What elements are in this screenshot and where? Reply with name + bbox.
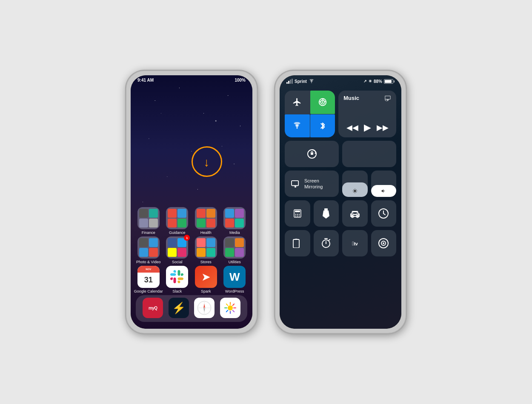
cc-status-right: ↗ ✳ 88% [363, 79, 395, 84]
cc-camera-dot-btn[interactable] [371, 230, 397, 256]
timer-icon [320, 238, 332, 249]
cc-screen-mirroring-btn[interactable]: ScreenMirroring [285, 171, 339, 197]
control-center-screen: Sprint ↗ ✳ 88% [280, 75, 401, 329]
phone-1: 9:41 AM 100% ↓ [126, 70, 257, 334]
tplink-icon: ⚡ [172, 302, 186, 315]
svg-rect-41 [324, 208, 328, 211]
cc-status-bar: Sprint ↗ ✳ 88% [280, 75, 401, 87]
folder-health[interactable]: Health [192, 207, 220, 235]
svg-point-56 [383, 242, 384, 244]
svg-rect-22 [292, 181, 298, 186]
cc-next-btn[interactable]: ▶▶ [377, 123, 389, 132]
folder-photovideo-label: Photo & Video [136, 260, 160, 264]
svg-line-53 [329, 239, 330, 240]
cc-music-tile[interactable]: Music ◀◀ ▶ ▶▶ [338, 91, 396, 137]
cc-mirror-label: ScreenMirroring [304, 178, 323, 190]
dock-safari[interactable] [192, 298, 217, 319]
svg-point-40 [299, 216, 300, 216]
folder-utilities[interactable]: Utilities [221, 236, 248, 264]
app-slack[interactable]: Slack [163, 266, 191, 293]
folder-stores[interactable]: Stores [192, 236, 220, 264]
wordpress-icon: W [229, 270, 240, 284]
cc-screen-record-btn[interactable] [285, 230, 310, 256]
calendar-day: 31 [144, 276, 153, 285]
cc-airplane-btn[interactable] [285, 91, 310, 114]
svg-rect-34 [295, 211, 300, 212]
home-battery: 100% [235, 78, 246, 83]
svg-rect-13 [224, 307, 227, 308]
svg-line-32 [353, 192, 354, 192]
folder-photo-video[interactable]: Photo & Video [135, 236, 162, 264]
cc-volume-slider[interactable] [371, 171, 396, 197]
svg-rect-45 [353, 212, 357, 214]
cc-prev-btn[interactable]: ◀◀ [346, 123, 358, 132]
folder-social[interactable]: 1 Social [163, 236, 191, 264]
app-slack-label: Slack [172, 289, 182, 293]
app-google-calendar[interactable]: NOV 31 Google Calendar [135, 266, 162, 293]
cc-flashlight-btn[interactable] [314, 200, 339, 227]
safari-icon [197, 300, 212, 316]
folder-guidance-label: Guidance [169, 230, 186, 235]
app-wordpress-label: WordPress [225, 289, 244, 293]
cc-screen-rotation-btn[interactable] [285, 141, 339, 167]
cc-clock-btn[interactable] [371, 200, 397, 227]
folder-stores-label: Stores [200, 260, 212, 264]
svg-rect-12 [226, 310, 228, 312]
cc-cellular-btn[interactable] [310, 91, 335, 114]
cc-do-not-disturb-btn[interactable] [342, 141, 396, 167]
dock-myq[interactable]: myQ [140, 298, 166, 319]
battery-pct: 88% [374, 79, 382, 84]
folder-finance-label: Finance [142, 230, 155, 235]
slack-icon [170, 270, 184, 284]
clock-icon [378, 208, 389, 219]
social-badge: 1 [184, 235, 190, 241]
folder-guidance[interactable]: Guidance [163, 207, 191, 235]
svg-rect-8 [232, 303, 235, 306]
folder-health-label: Health [200, 230, 212, 235]
cc-calculator-btn[interactable] [285, 200, 310, 227]
app-wordpress[interactable]: W WordPress [221, 266, 248, 293]
cc-music-title: Music [343, 95, 359, 101]
svg-point-38 [295, 216, 296, 216]
calculator-icon [292, 208, 303, 219]
app-row-3: NOV 31 Google Calendar [134, 266, 249, 293]
calendar-month: NOV [146, 268, 151, 270]
cc-brightness-slider[interactable] [342, 171, 367, 197]
status-bar-home: 9:41 AM 100% [131, 75, 252, 85]
wifi-icon [292, 122, 302, 130]
svg-point-17 [322, 101, 323, 103]
folder-media[interactable]: Media [221, 207, 248, 235]
dock: myQ ⚡ [136, 295, 247, 322]
dock-photos[interactable] [217, 298, 243, 319]
cc-bluetooth-btn[interactable] [310, 114, 335, 138]
cc-play-btn[interactable]: ▶ [364, 122, 371, 133]
svg-point-36 [297, 214, 298, 215]
svg-line-48 [383, 213, 385, 215]
svg-rect-11 [230, 311, 231, 314]
home-screen: 9:41 AM 100% ↓ [131, 75, 252, 329]
brightness-icon [351, 188, 359, 197]
cc-row4 [285, 200, 396, 227]
app-spark[interactable]: ➤ Spark [192, 266, 220, 293]
cc-timer-btn[interactable] [314, 230, 339, 256]
svg-rect-14 [226, 303, 228, 306]
control-center-body: Music ◀◀ ▶ ▶▶ [280, 87, 401, 260]
cc-row3: ScreenMirroring [285, 171, 396, 197]
spark-icon: ➤ [201, 270, 211, 284]
cc-appletv-btn[interactable]: tv [342, 230, 368, 256]
screen-record-icon [292, 239, 303, 248]
folder-utilities-label: Utilities [229, 260, 241, 264]
svg-point-39 [297, 216, 298, 216]
screen-mirror-icon [291, 180, 300, 188]
svg-rect-9 [233, 307, 236, 308]
battery-icon [384, 79, 395, 84]
svg-line-31 [356, 189, 356, 190]
home-time: 9:41 AM [137, 78, 154, 83]
folder-row-2: Photo & Video 1 Social [134, 236, 249, 264]
camera-dot-icon [378, 238, 389, 249]
cc-wifi-btn[interactable] [285, 114, 310, 138]
dock-tplink[interactable]: ⚡ [166, 298, 192, 319]
svg-rect-49 [293, 239, 299, 248]
folder-finance[interactable]: Finance [135, 207, 162, 235]
cc-carplay-btn[interactable] [342, 200, 368, 227]
